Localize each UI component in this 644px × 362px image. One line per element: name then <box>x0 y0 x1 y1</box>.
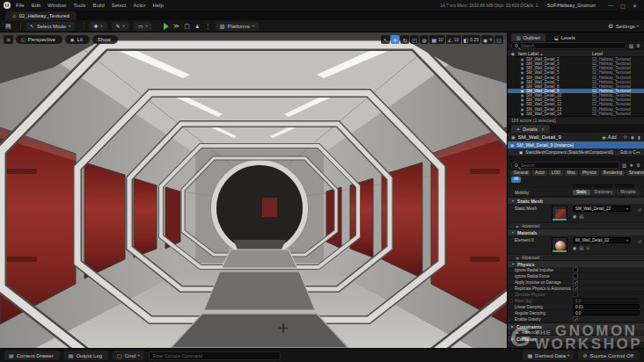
browse-icon[interactable]: ◉ <box>631 134 634 140</box>
menu-file[interactable]: File <box>16 3 25 8</box>
section-static-mesh[interactable]: ▼Static Mesh <box>508 197 644 204</box>
eject-button[interactable]: ▲ <box>194 23 201 29</box>
viewport-options-icon[interactable]: ≡ <box>4 35 13 44</box>
play-options-icon[interactable]: ⋮ <box>205 23 211 30</box>
mobility-stationary[interactable]: Stationary <box>591 190 618 196</box>
outliner-search-input[interactable]: Search <box>511 42 626 49</box>
menu-help[interactable]: Help <box>152 3 163 8</box>
settings-dropdown[interactable]: ⚙ Settings ▾ <box>608 23 639 30</box>
cycle-icon[interactable]: ⟳ <box>624 134 627 140</box>
favorites-icon[interactable]: ★ <box>629 163 633 168</box>
level-column[interactable]: Level <box>592 51 644 56</box>
vector-field[interactable] <box>573 184 592 188</box>
category-general-button[interactable]: General <box>511 170 531 177</box>
lock-icon[interactable]: ▮ <box>638 134 640 140</box>
cmd-dropdown[interactable]: ▢ Cmd ▾ <box>113 351 144 360</box>
section-physics[interactable]: ▼Physics <box>508 260 644 267</box>
section-collision[interactable]: ▶Collision <box>508 335 644 342</box>
details-search-input[interactable]: Search <box>511 162 619 169</box>
use-selected-icon[interactable]: ◉ <box>573 245 576 250</box>
material-thumbnail[interactable] <box>552 237 567 253</box>
view-mode-dropdown[interactable]: ◉ Lit <box>65 35 90 44</box>
rotation-snap-toggle[interactable]: ∠10 <box>446 35 461 44</box>
close-tab-icon[interactable]: ✕ <box>541 127 545 132</box>
category-misc-button[interactable]: Misc <box>565 170 578 177</box>
menu-actor[interactable]: Actor <box>133 3 145 8</box>
play-button[interactable] <box>164 23 169 30</box>
checkbox[interactable] <box>573 273 578 279</box>
perspective-dropdown[interactable]: ◱ Perspective <box>16 35 62 44</box>
menu-build[interactable]: Build <box>92 3 104 8</box>
platforms-dropdown[interactable]: ▥ Platforms ▾ <box>216 22 259 31</box>
checkbox[interactable] <box>573 267 578 272</box>
save-icon[interactable]: ▤ <box>5 23 11 30</box>
value-field[interactable]: 1.0 <box>573 298 640 303</box>
level-viewport[interactable]: ≡ ◱ Perspective ◉ Lit Show ↖✛↻◰◍▦10∠10◧0… <box>0 33 507 348</box>
tab-details[interactable]: ✦ Details ✕ <box>511 125 550 133</box>
minimize-icon[interactable]: — <box>608 3 613 8</box>
checkbox[interactable] <box>573 292 578 297</box>
move-tool[interactable]: ✛ <box>391 35 399 44</box>
tab-levels[interactable]: ⬓ Levels <box>549 33 581 41</box>
category-rendering-button[interactable]: Rendering <box>601 170 625 177</box>
outliner-row[interactable]: ▣SM_Wall_Detail_1402_Hallway_Textured <box>508 112 644 116</box>
folder-filter-icon[interactable]: ▧ <box>629 43 633 48</box>
item-label-column[interactable]: Item Label <box>518 51 538 56</box>
static-mesh-thumbnail[interactable] <box>552 206 567 221</box>
category-streaming-button[interactable]: Streaming <box>626 170 644 177</box>
checkbox[interactable] <box>573 286 578 291</box>
add-component-button[interactable]: ✚ Add <box>602 134 617 141</box>
section-materials[interactable]: ▼Materials <box>508 228 644 235</box>
derived-data-button[interactable]: ▦ Derived Data ▾ <box>523 351 574 360</box>
material-select[interactable]: MI_Wall_Detail_02 ▾ <box>573 237 631 243</box>
static-mesh-select[interactable]: SM_Wall_Detail_22 ▾ <box>573 206 631 212</box>
browse-content-icon[interactable]: ▤ <box>579 214 583 219</box>
edit-cpp-link[interactable]: Edit in C++ <box>620 150 640 155</box>
vector-field[interactable] <box>594 184 613 188</box>
scale-snap-toggle[interactable]: ◧0.25 <box>462 35 480 44</box>
camera-speed[interactable]: ◉4 <box>481 35 494 44</box>
add-actor-dropdown[interactable]: ✚ ▾ <box>89 22 106 31</box>
details-settings-icon[interactable]: ⚙ <box>636 163 640 168</box>
world-space-toggle[interactable]: ◍ <box>420 35 428 44</box>
menu-edit[interactable]: Edit <box>32 3 40 8</box>
component-tree-child[interactable]: ▣ StaticMeshComponent (StaticMeshCompone… <box>508 148 644 156</box>
level-tab[interactable]: ⚠ 02_Hallway_Textured <box>5 11 77 20</box>
menu-window[interactable]: Window <box>48 3 66 8</box>
grid-snap-toggle[interactable]: ▦10 <box>429 35 444 44</box>
override-checkbox[interactable] <box>509 299 513 302</box>
browse-content-icon[interactable]: ▤ <box>579 245 583 250</box>
console-command-input[interactable]: Enter Console Command <box>149 351 281 360</box>
reset-icon[interactable]: ↺ <box>638 239 641 244</box>
blueprints-dropdown[interactable]: ✎ ▾ <box>112 22 129 31</box>
select-tool[interactable]: ↖ <box>381 35 390 44</box>
section-constraints[interactable]: ▶Constraints <box>508 322 644 329</box>
use-selected-icon[interactable]: ◉ <box>573 214 576 219</box>
mobility-static[interactable]: Static <box>573 190 591 196</box>
rotate-tool[interactable]: ↻ <box>400 35 409 44</box>
category-lod-button[interactable]: LOD <box>549 170 562 177</box>
skip-button[interactable]: ≫ <box>173 23 179 30</box>
outliner-column-header[interactable]: ◉ Item Label ▲ Level <box>508 50 644 57</box>
stop-button[interactable]: ▢ <box>184 23 190 30</box>
source-control-button[interactable]: ⊘ Source Control Off <box>578 351 640 360</box>
cinematics-dropdown[interactable]: ▭ ▾ <box>134 22 152 31</box>
show-dropdown[interactable]: Show <box>92 35 118 44</box>
reset-icon[interactable]: ↺ <box>638 207 641 213</box>
menu-tools[interactable]: Tools <box>73 3 85 8</box>
restore-icon[interactable]: ▢ <box>620 3 626 9</box>
display-filter-icon[interactable]: ▥ <box>622 163 626 168</box>
select-mode-dropdown[interactable]: ↖ Select Mode ▾ <box>26 22 76 31</box>
category-actor-button[interactable]: Actor <box>532 170 547 177</box>
category-physics-button[interactable]: Physics <box>580 170 599 177</box>
component-tree-root[interactable]: ▣ SM_Wall_Detail_9 (Instance) <box>508 141 644 148</box>
scale-tool[interactable]: ◰ <box>410 35 419 44</box>
close-icon[interactable]: ✕ <box>633 3 637 9</box>
output-log-button[interactable]: ▤ Output Log <box>64 351 108 360</box>
outliner-settings-icon[interactable]: ⚙ <box>636 43 640 48</box>
tab-outliner[interactable]: ▤ Outliner <box>511 33 545 41</box>
checkbox[interactable] <box>573 279 578 285</box>
value-field[interactable]: 0.0 <box>573 310 640 315</box>
menu-select[interactable]: Select <box>112 3 127 8</box>
content-drawer-button[interactable]: ▤ Content Drawer <box>4 351 60 360</box>
